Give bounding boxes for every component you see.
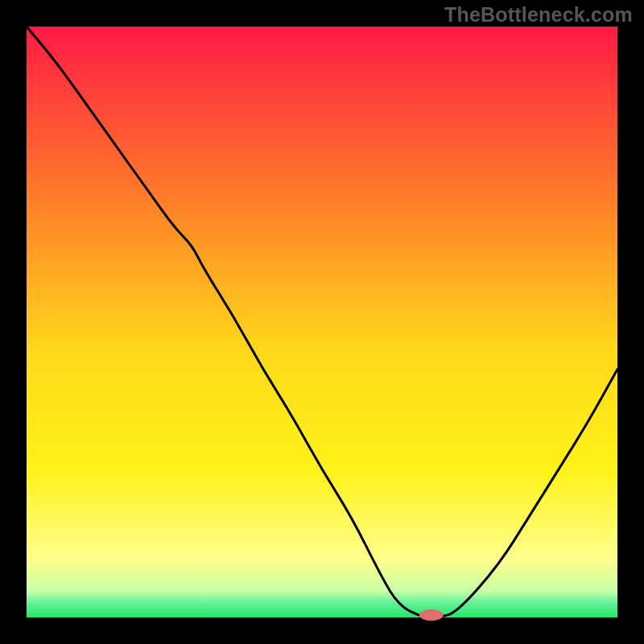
chart-svg	[0, 0, 644, 644]
chart-frame: TheBottleneck.com	[0, 0, 644, 644]
optimal-marker	[419, 609, 443, 620]
plot-background	[27, 27, 617, 617]
